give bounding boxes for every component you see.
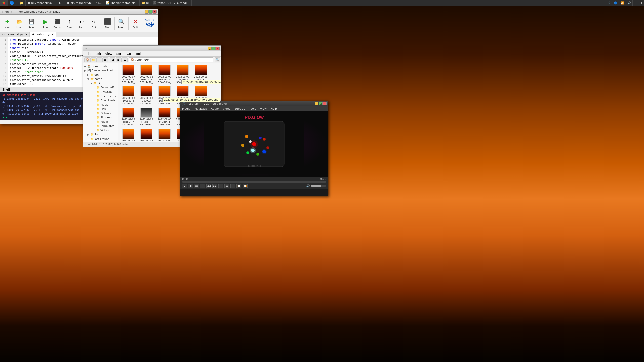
sidebar-home-folder[interactable]: ▶ 🏠 Home Folder [83, 64, 118, 68]
fm-maximize-button[interactable]: □ [212, 47, 216, 50]
tab-video-close-icon[interactable]: ✕ [52, 33, 54, 36]
quit-button[interactable]: ✕ Quit [129, 17, 141, 30]
list-item[interactable]: 2022-09-09T17:25:59.983590.jpg [138, 128, 155, 142]
list-item[interactable]: 2022-09-08-103816_2-560x1440_ [138, 64, 155, 85]
vlc-playlist-button[interactable]: ☰ [230, 184, 235, 188]
vlc-menu-view[interactable]: View [258, 106, 269, 111]
taskbar-terminal2[interactable]: ▣ pi@raspberrypi: ~/Pi... [65, 0, 104, 6]
sidebar-media[interactable]: 📁 media [86, 141, 118, 142]
sidebar-pi[interactable]: ▼ 📂 pi [89, 81, 118, 85]
thonny-titlebar[interactable]: Thonny — /home/pi/video-test.py @ 13:22 … [0, 9, 158, 15]
vlc-slower-button[interactable]: ◀◀ [206, 184, 211, 188]
fm-menu-go[interactable]: Go [125, 51, 133, 56]
bluetooth-icon[interactable]: 🔵 [612, 0, 619, 6]
fm-forward-button[interactable]: ▶ [116, 57, 122, 62]
tab-camera-test[interactable]: camera-test.py ✕ [0, 32, 30, 37]
sidebar-downloads[interactable]: 📁 Downloads [92, 98, 118, 103]
sidebar-videos[interactable]: 📁 Videos [92, 128, 118, 132]
into-button[interactable]: ↩ Into [76, 17, 88, 30]
vlc-close-button[interactable]: ✕ [323, 102, 327, 105]
list-item[interactable]: 2022-09-09T172434_9-920x1080_ [119, 128, 137, 142]
sidebar-documents[interactable]: 📁 Documents [92, 94, 118, 98]
sidebar-lib[interactable]: ▶ 📁 lib [86, 132, 118, 137]
vlc-menu-tools[interactable]: Tools [247, 106, 258, 111]
vlc-menu-audio[interactable]: Audio [209, 106, 221, 111]
fm-menu-tools[interactable]: Tools [133, 51, 144, 56]
vlc-prev-button[interactable]: ⏮ [194, 184, 199, 188]
list-item[interactable]: 2022-09-08-103839_2-560x1440_ [174, 64, 191, 85]
taskbar-terminal1[interactable]: ▣ pi@raspberrypi: ~/Pi... [26, 0, 65, 6]
vlc-random-button[interactable]: 🔀 [243, 184, 248, 188]
vlc-volume-slider[interactable] [311, 185, 326, 187]
vlc-stop-button[interactable]: ⏹ [188, 184, 193, 188]
vlc-titlebar[interactable]: 🎵 test.h264 - VLC media player _ □ ✕ [180, 101, 328, 106]
list-item[interactable]: 2022-09-08-103900_2-560x1440_ [119, 85, 137, 106]
vlc-menu-playback[interactable]: Playback [192, 106, 209, 111]
out-button[interactable]: ↪ Out [88, 17, 100, 30]
fm-minimize-button[interactable]: _ [208, 47, 212, 50]
save-button[interactable]: 💾 Save [25, 17, 37, 30]
list-item[interactable]: 2022-09-07-174936_2-560x1440_ [119, 64, 137, 85]
fm-menu-sort[interactable]: Sort [114, 51, 125, 56]
vlc-next-button[interactable]: ⏭ [200, 184, 205, 188]
fm-newfolder-button[interactable]: 📁 [90, 57, 96, 62]
vlc-play-button[interactable]: ▶ [182, 184, 187, 188]
fm-menu-view[interactable]: View [103, 51, 114, 56]
vlc-minimize-button[interactable]: _ [315, 102, 318, 105]
fm-view-icons-button[interactable]: ⊞ [96, 57, 102, 62]
vlc-menu-media[interactable]: Media [180, 106, 192, 111]
debug-button[interactable]: ⬛ Debug [51, 17, 64, 30]
sidebar-lost-found[interactable]: 📁 lost+found [86, 137, 118, 141]
list-item[interactable]: 2022-09-08-103835_2-560x1440_ [156, 64, 173, 85]
fm-close-button[interactable]: ✕ [216, 47, 220, 50]
tab-camera-close-icon[interactable]: ✕ [25, 33, 27, 36]
taskbar-browser[interactable] [8, 0, 17, 6]
fm-up-button[interactable]: ▲ [122, 57, 128, 62]
sidebar-home[interactable]: ▼ 📂 home [86, 77, 118, 81]
sidebar-public[interactable]: 📁 Public [92, 120, 118, 124]
taskbar-thonny[interactable]: 📝 Thonny /home/pi/... [104, 0, 140, 6]
fm-back-button[interactable]: ◀ [110, 57, 115, 62]
vlc-progress-bar-container[interactable] [182, 181, 326, 183]
sidebar-pimoroni[interactable]: 📁 Pimoroni [92, 115, 118, 120]
filemanager-titlebar[interactable]: pi _ □ ✕ [83, 46, 221, 51]
fm-search-button[interactable]: 🔍 [215, 57, 220, 62]
over-button[interactable]: ⤵ Over [64, 17, 76, 30]
taskbar-pi-files[interactable]: 📂 pi [140, 0, 151, 6]
sidebar-filesystem-root[interactable]: ▶ 💾 Filesystem Root [83, 68, 118, 73]
vlc-mute-icon[interactable]: 🔊 [306, 184, 310, 188]
start-menu-button[interactable]: 🍓 [0, 0, 8, 6]
sidebar-pics[interactable]: 📁 Pics [92, 107, 118, 111]
zoom-button[interactable]: 🔍 Zoom [115, 17, 128, 30]
vlc-faster-button[interactable]: ▶▶ [212, 184, 217, 188]
sidebar-etc[interactable]: ▶ 📁 etc [86, 73, 118, 77]
sidebar-desktop[interactable]: 📁 Desktop [92, 90, 118, 94]
load-button[interactable]: 📂 Load [13, 17, 25, 30]
thonny-close-button[interactable]: ✕ [153, 10, 157, 14]
list-item[interactable]: 2022-09-08-103909_2-560x1440_ [156, 85, 173, 106]
vlc-menu-help[interactable]: Help [269, 106, 279, 111]
fm-menu-edit[interactable]: Edit [93, 51, 103, 56]
list-item[interactable]: 2022-09-09T17:27:07.6 [156, 128, 173, 142]
vlc-extended-button[interactable]: ≡ [224, 184, 229, 188]
sidebar-music[interactable]: 📁 Music [92, 103, 118, 107]
taskbar-vlc[interactable]: 🎬 test.h264 - VLC medi... [151, 0, 191, 6]
switch-mode-button[interactable]: Switch to regular mode [143, 18, 157, 28]
sidebar-pictures[interactable]: 📁 Pictures [92, 111, 118, 115]
taskbar-filemanager[interactable]: 📁 [17, 0, 26, 6]
list-item[interactable]: 2022-09-08-104658_2-560x1440_ [119, 107, 137, 127]
fm-home-button[interactable]: 🏠 [84, 57, 90, 62]
stop-button[interactable]: ⬛ Stop [102, 17, 114, 30]
run-button[interactable]: ▶ Run [39, 17, 51, 30]
sidebar-templates[interactable]: 📁 Templates [92, 124, 118, 128]
vlc-maximize-button[interactable]: □ [319, 102, 323, 105]
fm-path-bar[interactable]: 🏠 / /home/pi [129, 57, 213, 62]
vlc-loop-button[interactable]: 🔁 [236, 184, 242, 188]
fm-menu-file[interactable]: File [84, 51, 93, 56]
volume-icon[interactable]: 🔊 [626, 0, 633, 6]
list-item[interactable]: 2022-09-08-103902-560x1440_ [138, 85, 155, 106]
list-item[interactable]: 2022-09-08-103855_2-560x1440_ [192, 64, 210, 85]
network-icon[interactable]: 📶 [619, 0, 626, 6]
new-button[interactable]: ✚ New [1, 17, 13, 30]
list-item[interactable]: 2022-09-08-112043-1-920x1080_ [138, 107, 155, 127]
